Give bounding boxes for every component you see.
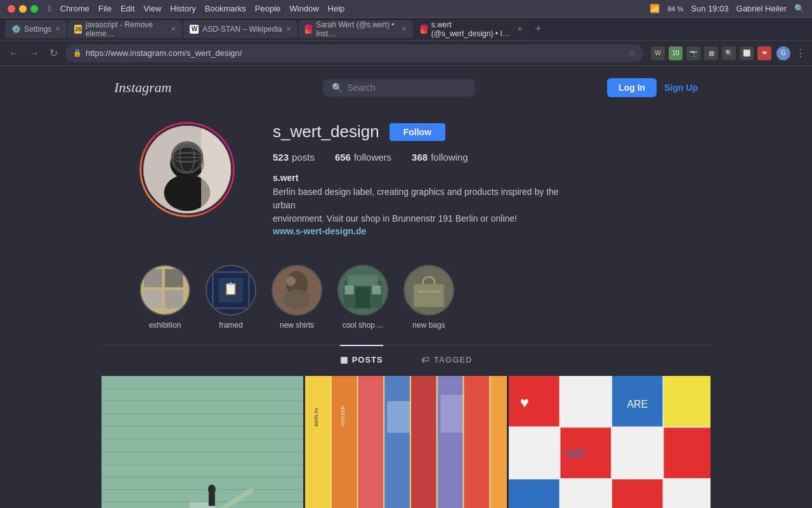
tab-swert-label: s.wert (@s_wert_design) • I… [431,20,513,38]
tab-wikipedia-label: ASD-STAN – Wikipedia [202,25,282,34]
view-menu[interactable]: View [143,4,161,13]
posts-grid: BERLIN POSTER [102,373,710,508]
ext-btn-1[interactable]: W [651,46,665,60]
file-menu[interactable]: File [98,4,112,13]
ext-btn-5[interactable]: 🔍 [722,46,736,60]
ext-btn-4[interactable]: ▦ [704,46,718,60]
search-icon[interactable]: 🔍 [794,4,804,13]
highlight-framed-image: 📋 [207,266,255,314]
svg-rect-78 [612,427,663,478]
tab-wikipedia-close[interactable]: ✕ [286,25,291,32]
instagram-logo-text: Instagram [114,79,171,96]
login-button[interactable]: Log In [607,78,657,97]
highlight-newshirts[interactable]: new shirts [272,265,322,330]
avatar-wrapper [140,122,235,217]
svg-rect-65 [464,376,489,508]
tagged-tab-icon: 🏷 [421,355,430,364]
tab-settings-close[interactable]: ✕ [55,25,60,32]
ext-btn-3[interactable]: 📷 [686,46,700,60]
highlight-framed-label: framed [219,321,242,330]
svg-rect-79 [664,427,710,478]
apple-menu[interactable]:  [48,4,51,13]
profile-info: s_wert_design Follow 523 posts 656 follo… [273,122,685,239]
more-options-button[interactable]: ⋮ [796,47,806,59]
wifi-icon: 📶 [650,4,660,13]
profile-stats: 523 posts 656 followers 368 following [273,152,685,163]
tab-javascript-close[interactable]: ✕ [171,25,176,32]
signup-button[interactable]: Sign Up [664,83,698,93]
highlight-coolshop[interactable]: cool shop ... [337,265,388,330]
refresh-button[interactable]: ↻ [47,44,60,62]
javascript-tab-icon: JS [74,25,82,34]
tab-settings[interactable]: ⚙️ Settings ✕ [5,20,67,38]
sarah-tab-icon [305,25,312,34]
user-avatar-nav[interactable]: G [776,46,790,60]
minimize-dot[interactable] [19,5,27,13]
tab-swert-close[interactable]: ✕ [517,25,522,32]
post-thumb-1[interactable] [102,376,303,508]
svg-rect-72 [509,376,560,427]
avatar-inner [141,124,233,215]
post-thumb-2[interactable]: BERLIN POSTER [305,376,507,508]
svg-text:WE: WE [567,448,586,460]
ext-btn-2[interactable]: 10 [669,46,683,60]
ig-search-bar[interactable]: 🔍 Search [323,79,475,97]
battery-label: 84 % [667,5,683,13]
highlight-newbags[interactable]: new bags [403,265,454,330]
stat-following[interactable]: 368 following [412,152,468,163]
new-tab-button[interactable]: + [530,20,547,38]
tab-posts[interactable]: ▦ POSTS [340,345,383,373]
people-menu[interactable]: People [255,4,280,13]
svg-rect-80 [509,479,560,508]
tab-wikipedia[interactable]: W ASD-STAN – Wikipedia ✕ [183,20,297,38]
edit-menu[interactable]: Edit [121,4,134,13]
address-bar[interactable]: 🔒 https://www.instagram.com/s_wert_desig… [65,44,643,62]
svg-rect-19 [165,290,183,309]
svg-rect-31 [356,287,370,308]
tab-tagged[interactable]: 🏷 TAGGED [421,345,473,373]
bio-name: s.wert [273,173,685,183]
post-thumb-3[interactable]: ♥ WE ARE [509,376,710,508]
svg-rect-56 [209,493,215,506]
highlight-coolshop-circle [337,265,388,316]
close-dot[interactable] [8,5,15,13]
svg-text:♥: ♥ [520,394,529,411]
highlight-exhibition-image [141,266,189,314]
forward-button[interactable]: → [27,45,42,62]
titlebar-right: 📶 84 % Sun 19:03 Gabriel Heiler 🔍 [650,4,804,13]
maximize-dot[interactable] [30,5,38,13]
svg-rect-60 [332,376,357,508]
following-count: 368 [412,152,428,163]
highlight-framed[interactable]: 📋 framed [206,265,256,330]
window-menu[interactable]: Window [289,4,318,13]
follow-button[interactable]: Follow [390,123,445,141]
highlight-newbags-label: new bags [412,321,445,330]
posts-tab-label: POSTS [352,355,383,364]
profile-section: s_wert_design Follow 523 posts 656 follo… [102,109,710,258]
help-menu[interactable]: Help [328,4,345,13]
svg-rect-59 [305,376,331,508]
bookmarks-menu[interactable]: Bookmarks [205,4,246,13]
bio-link[interactable]: www.s-wert-design.de [273,226,366,236]
traffic-lights [8,5,38,13]
ext-btn-6[interactable]: ⬜ [740,46,754,60]
titlebar:  Chrome File Edit View History Bookmark… [0,0,812,18]
tab-sarah[interactable]: Sarah Wert (@s.wert) • Inst… ✕ [299,20,413,38]
ext-btn-7[interactable]: ❤ [757,46,771,60]
svg-rect-16 [144,269,162,288]
chrome-menu[interactable]: Chrome [60,4,89,13]
svg-rect-18 [144,290,162,309]
tab-swert[interactable]: s.wert (@s_wert_design) • I… ✕ [414,20,528,38]
back-button[interactable]: ← [6,45,22,62]
svg-text:📋: 📋 [223,281,239,296]
svg-rect-3 [201,126,231,213]
svg-rect-73 [560,376,611,427]
svg-text:BERLIN: BERLIN [313,408,319,427]
tab-javascript[interactable]: JS javascript - Remove eleme… ✕ [68,20,182,38]
tab-sarah-close[interactable]: ✕ [402,25,407,32]
highlight-exhibition[interactable]: exhibition [140,265,190,330]
profile-bio: s.wert Berlin based design label, creati… [273,173,685,237]
bookmark-icon[interactable]: ☆ [628,48,636,58]
history-menu[interactable]: History [170,4,195,13]
stat-followers[interactable]: 656 followers [335,152,391,163]
